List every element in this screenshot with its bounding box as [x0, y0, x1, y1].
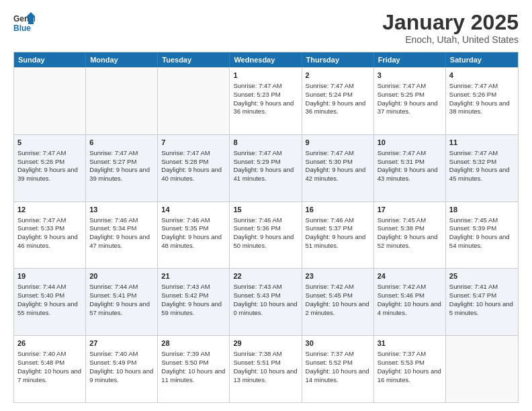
cell-info-line: Sunset: 5:53 PM [378, 359, 442, 367]
cell-info-line: Sunset: 5:29 PM [233, 158, 298, 167]
cell-info-line: Sunrise: 7:37 AM [306, 350, 370, 359]
cell-info-line: Daylight: 10 hours and 11 minutes. [161, 367, 226, 385]
day-number-1: 1 [233, 71, 298, 81]
cal-cell: 6Sunrise: 7:47 AMSunset: 5:27 PMDaylight… [86, 135, 158, 201]
cell-info-line: Sunset: 5:24 PM [306, 91, 370, 99]
cell-info-line: Daylight: 10 hours and 0 minutes. [233, 300, 298, 318]
cal-cell: 17Sunrise: 7:45 AMSunset: 5:38 PMDayligh… [374, 202, 446, 269]
cell-info-line: Sunset: 5:25 PM [378, 91, 442, 99]
week-row-3: 12Sunrise: 7:47 AMSunset: 5:33 PMDayligh… [14, 201, 518, 269]
cell-info-line: Sunrise: 7:40 AM [17, 350, 82, 359]
cell-info-line: Sunset: 5:42 PM [161, 291, 226, 300]
cal-cell [14, 68, 86, 134]
day-number-9: 9 [306, 138, 370, 148]
cal-cell: 31Sunrise: 7:37 AMSunset: 5:53 PMDayligh… [374, 336, 446, 402]
cell-info-line: Daylight: 10 hours and 13 minutes. [233, 367, 298, 385]
cell-info-line: Sunrise: 7:45 AM [449, 216, 515, 225]
cell-info-line: Daylight: 10 hours and 9 minutes. [89, 367, 154, 385]
cell-info-line: Daylight: 9 hours and 54 minutes. [449, 233, 515, 250]
cal-cell: 13Sunrise: 7:46 AMSunset: 5:34 PMDayligh… [86, 202, 158, 269]
day-number-26: 26 [17, 338, 82, 349]
cal-cell: 21Sunrise: 7:43 AMSunset: 5:42 PMDayligh… [158, 269, 230, 335]
day-number-2: 2 [306, 71, 370, 81]
cell-info-line: Sunset: 5:47 PM [449, 291, 515, 300]
cell-info-line: Daylight: 9 hours and 48 minutes. [161, 233, 226, 250]
cell-info-line: Sunset: 5:32 PM [449, 158, 515, 167]
day-number-16: 16 [306, 205, 370, 215]
day-number-24: 24 [378, 271, 442, 281]
cell-info-line: Sunset: 5:52 PM [306, 359, 370, 367]
day-number-28: 28 [161, 338, 226, 349]
cell-info-line: Sunrise: 7:46 AM [233, 216, 298, 225]
cal-cell: 12Sunrise: 7:47 AMSunset: 5:33 PMDayligh… [14, 202, 86, 269]
cell-info-line: Sunset: 5:26 PM [449, 91, 515, 99]
cal-cell: 2Sunrise: 7:47 AMSunset: 5:24 PMDaylight… [302, 68, 374, 134]
cell-info-line: Sunset: 5:23 PM [233, 91, 298, 99]
day-number-13: 13 [89, 205, 154, 215]
cell-info-line: Sunrise: 7:43 AM [161, 283, 226, 291]
calendar-header: SundayMondayTuesdayWednesdayThursdayFrid… [14, 52, 518, 67]
calendar-body: 1Sunrise: 7:47 AMSunset: 5:23 PMDaylight… [14, 67, 518, 402]
cal-cell: 7Sunrise: 7:47 AMSunset: 5:28 PMDaylight… [158, 135, 230, 201]
day-number-6: 6 [89, 138, 154, 148]
cell-info-line: Sunrise: 7:47 AM [233, 82, 298, 91]
header-day-wednesday: Wednesday [230, 52, 302, 67]
day-number-20: 20 [89, 271, 154, 281]
cal-cell: 1Sunrise: 7:47 AMSunset: 5:23 PMDaylight… [230, 68, 302, 134]
cal-cell: 27Sunrise: 7:40 AMSunset: 5:49 PMDayligh… [86, 336, 158, 402]
cell-info-line: Sunrise: 7:44 AM [89, 283, 154, 291]
cell-info-line: Sunrise: 7:42 AM [306, 283, 370, 291]
cal-cell: 11Sunrise: 7:47 AMSunset: 5:32 PMDayligh… [446, 135, 518, 201]
cell-info-line: Daylight: 9 hours and 39 minutes. [17, 166, 82, 183]
cell-info-line: Sunrise: 7:47 AM [17, 149, 82, 158]
cell-info-line: Daylight: 9 hours and 46 minutes. [17, 233, 82, 250]
cell-info-line: Sunset: 5:33 PM [17, 224, 82, 233]
day-number-15: 15 [233, 205, 298, 215]
day-number-5: 5 [17, 138, 82, 148]
cell-info-line: Daylight: 9 hours and 52 minutes. [378, 233, 442, 250]
cal-cell: 25Sunrise: 7:41 AMSunset: 5:47 PMDayligh… [446, 269, 518, 335]
cell-info-line: Sunset: 5:37 PM [306, 224, 370, 233]
cell-info-line: Daylight: 9 hours and 39 minutes. [89, 166, 154, 183]
cell-info-line: Daylight: 9 hours and 37 minutes. [378, 99, 442, 117]
cal-cell [86, 68, 158, 134]
cal-cell: 26Sunrise: 7:40 AMSunset: 5:48 PMDayligh… [14, 336, 86, 402]
cal-cell: 18Sunrise: 7:45 AMSunset: 5:39 PMDayligh… [446, 202, 518, 269]
day-number-31: 31 [378, 338, 442, 349]
cell-info-line: Sunrise: 7:47 AM [449, 82, 515, 91]
cal-cell: 29Sunrise: 7:38 AMSunset: 5:51 PMDayligh… [230, 336, 302, 402]
cell-info-line: Sunrise: 7:47 AM [161, 149, 226, 158]
cell-info-line: Daylight: 9 hours and 41 minutes. [233, 166, 298, 183]
calendar-title: January 2025 [382, 11, 519, 34]
calendar-subtitle: Enoch, Utah, United States [382, 34, 519, 45]
day-number-27: 27 [89, 338, 154, 349]
cal-cell: 19Sunrise: 7:44 AMSunset: 5:40 PMDayligh… [14, 269, 86, 335]
week-row-4: 19Sunrise: 7:44 AMSunset: 5:40 PMDayligh… [14, 268, 518, 335]
cell-info-line: Sunset: 5:46 PM [378, 291, 442, 300]
cal-cell: 22Sunrise: 7:43 AMSunset: 5:43 PMDayligh… [230, 269, 302, 335]
cell-info-line: Sunrise: 7:47 AM [378, 149, 442, 158]
page: General Blue January 2025 Enoch, Utah, U… [0, 0, 532, 411]
header-day-sunday: Sunday [14, 52, 86, 67]
cell-info-line: Sunrise: 7:43 AM [233, 283, 298, 291]
day-number-14: 14 [161, 205, 226, 215]
cal-cell: 20Sunrise: 7:44 AMSunset: 5:41 PMDayligh… [86, 269, 158, 335]
cal-cell: 24Sunrise: 7:42 AMSunset: 5:46 PMDayligh… [374, 269, 446, 335]
cell-info-line: Sunset: 5:45 PM [306, 291, 370, 300]
day-number-10: 10 [378, 138, 442, 148]
cell-info-line: Daylight: 10 hours and 14 minutes. [306, 367, 370, 385]
cell-info-line: Daylight: 9 hours and 38 minutes. [449, 99, 515, 117]
cell-info-line: Sunset: 5:30 PM [306, 158, 370, 167]
cell-info-line: Sunrise: 7:47 AM [17, 216, 82, 225]
cal-cell: 9Sunrise: 7:47 AMSunset: 5:30 PMDaylight… [302, 135, 374, 201]
day-number-12: 12 [17, 205, 82, 215]
cell-info-line: Sunset: 5:38 PM [378, 224, 442, 233]
day-number-7: 7 [161, 138, 226, 148]
week-row-1: 1Sunrise: 7:47 AMSunset: 5:23 PMDaylight… [14, 67, 518, 134]
cal-cell [158, 68, 230, 134]
day-number-25: 25 [449, 271, 515, 281]
cell-info-line: Sunset: 5:51 PM [233, 359, 298, 367]
cell-info-line: Sunset: 5:39 PM [449, 224, 515, 233]
calendar: SundayMondayTuesdayWednesdayThursdayFrid… [13, 52, 519, 403]
cell-info-line: Sunrise: 7:37 AM [378, 350, 442, 359]
